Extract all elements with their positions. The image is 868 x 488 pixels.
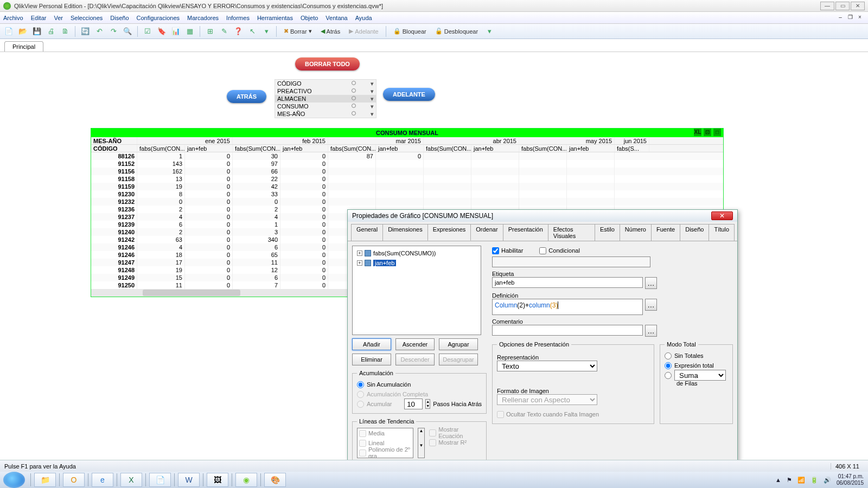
unlock-button[interactable]: 🔓Desbloquear [432,25,481,37]
cycle-icon[interactable] [332,79,375,87]
conditional-check[interactable] [539,247,546,254]
start-button[interactable] [3,472,25,488]
menu-selecciones[interactable]: Selecciones [71,15,103,21]
layout-icon[interactable]: ⊞ [205,26,215,37]
table-row[interactable]: 9123080330 [91,190,723,198]
label-input[interactable] [492,277,643,288]
next-button[interactable]: ADELANTE [383,88,435,101]
restore-icon[interactable]: ⊡ [704,129,711,136]
show-equation-check[interactable] [429,429,436,436]
table-row[interactable]: 912320000 [91,198,723,206]
tab-general[interactable]: General [351,224,383,241]
table-row[interactable]: 8812610300870 [91,152,723,160]
tab-presentación[interactable]: Presentación [503,224,548,241]
undo-icon[interactable]: ↶ [94,26,105,37]
mdi-close[interactable]: × [855,14,865,22]
task-word[interactable]: W [178,473,200,487]
tray-clock[interactable]: 01:47 p.m.06/08/2015 [837,473,864,486]
clear-button[interactable]: ✖Borrar ▾ [281,25,315,37]
tab-ordenar[interactable]: Ordenar [470,224,503,241]
tray-network-icon[interactable]: 📶 [797,477,805,484]
clear-all-button[interactable]: BORRAR TODO [295,57,360,70]
menu-herramientas[interactable]: Herramientas [257,15,293,21]
promote-button[interactable]: Ascender [395,338,435,350]
selections-icon[interactable]: ☑ [142,26,153,37]
dropdown-icon[interactable]: ▾ [261,26,272,37]
table-row[interactable]: 91159190420 [91,183,723,190]
enable-check[interactable] [492,247,499,254]
menu-editar[interactable]: Editar [31,15,47,21]
tab-dimensiones[interactable]: Dimensiones [382,224,428,241]
dialog-titlebar[interactable]: Propiedades de Gráfico [CONSUMO MENSUAL]… [348,210,737,222]
total-none-radio[interactable] [665,352,672,359]
total-expr-radio[interactable] [665,362,672,369]
tray-flag-icon[interactable]: ▲ [775,477,781,483]
ungroup-button[interactable]: Desagrupar [439,354,478,365]
representation-select[interactable]: Texto [497,361,597,371]
expression-tree[interactable]: +fabs(Sum(CONSUMO))+jan+feb [352,246,481,335]
table-row[interactable]: 91158130220 [91,175,723,183]
toolbar-overflow[interactable]: ▾ [484,26,495,37]
tree-item[interactable]: +fabs(Sum(CONSUMO)) [355,248,478,258]
menu-diseño[interactable]: Diseño [110,15,129,21]
menu-marcadores[interactable]: Marcadores [187,15,219,21]
reload-icon[interactable]: 🔄 [80,26,91,37]
tab-número[interactable]: Número [620,224,652,241]
bookmarks-icon[interactable]: 🔖 [156,26,167,37]
table-row[interactable]: 911561620660 [91,168,723,175]
taskbar[interactable]: 📁 O e X 📄 W 🖼 ◉ 🎨 ▲ ⚑ 📶 🔋 🔊 01:47 p.m.06… [0,472,868,488]
task-excel[interactable]: X [120,473,142,487]
hide-text-check[interactable] [497,411,504,418]
task-photos[interactable]: 🖼 [207,473,228,487]
tab-diseño[interactable]: Diseño [680,224,709,241]
label-edit-button[interactable]: … [645,277,657,289]
add-button[interactable]: Añadir [352,338,391,350]
comment-input[interactable] [492,325,643,336]
back-button[interactable]: ◀Atrás [318,25,343,37]
tab-estilo[interactable]: Estilo [595,224,620,241]
table-row[interactable]: 911521430970 [91,160,723,168]
tab-efectos visuales[interactable]: Efectos Visuales [548,224,595,241]
cycle-icon[interactable] [332,94,375,102]
comment-edit-button[interactable]: … [645,325,657,337]
new-icon[interactable]: 📄 [3,26,14,37]
tray-volume-icon[interactable]: 🔊 [824,477,831,484]
task-qlikview[interactable]: ◉ [235,473,257,487]
redo-icon[interactable]: ↷ [108,26,119,37]
menu-configuraciones[interactable]: Configuraciones [137,15,180,21]
accum-full-radio[interactable] [357,391,364,398]
definition-input[interactable]: Column(2)+column(3) [492,299,643,315]
image-format-select[interactable]: Rellenar con Aspecto [497,394,597,405]
search-icon[interactable]: 🔍 [122,26,133,37]
maximize-button[interactable]: ▭ [835,2,850,10]
demote-button[interactable]: Descender [395,354,435,365]
menu-archivo[interactable]: Archivo [3,15,23,21]
tab-principal[interactable]: Principal [4,41,43,52]
tab-expresiones[interactable]: Expresiones [427,224,471,241]
task-outlook[interactable]: O [63,473,85,487]
trend-list[interactable]: MediaLinealPolinomio de 2º gra [357,428,413,458]
tree-item[interactable]: +jan+feb [355,258,478,268]
dialog-close-button[interactable]: ✕ [711,211,733,220]
menu-ayuda[interactable]: Ayuda [355,15,372,21]
minimize-button[interactable]: — [820,2,834,10]
close-button[interactable]: ✕ [851,2,865,10]
task-ie[interactable]: e [92,473,113,487]
help-icon[interactable]: ❓ [233,26,244,37]
tab-fuente[interactable]: Fuente [651,224,680,241]
system-tray[interactable]: ▲ ⚑ 📶 🔋 🔊 01:47 p.m.06/08/2015 [771,473,868,486]
prev-button[interactable]: ATRÁS [227,90,266,103]
menu-ver[interactable]: Ver [54,15,63,21]
cycle-icon[interactable] [332,110,375,117]
accum-none-radio[interactable] [357,381,364,388]
cursor-icon[interactable]: ↖ [247,26,258,37]
lock-button[interactable]: 🔒Bloquear [391,25,429,37]
menu-informes[interactable]: Informes [226,15,250,21]
menu-ventana[interactable]: Ventana [326,15,347,21]
mdi-restore[interactable]: ❐ [845,14,855,22]
group-button[interactable]: Agrupar [439,338,478,350]
mdi-min[interactable]: – [835,14,845,22]
tray-battery-icon[interactable]: 🔋 [810,477,818,484]
export-xl-icon[interactable]: XL [694,129,701,136]
total-func-select[interactable]: Suma [674,370,726,381]
